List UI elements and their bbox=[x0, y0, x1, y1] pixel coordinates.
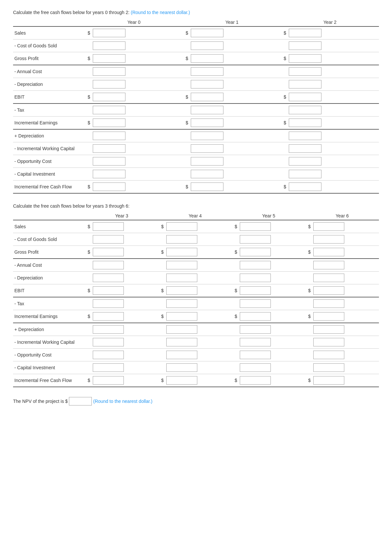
value-input[interactable] bbox=[289, 54, 321, 63]
value-input[interactable] bbox=[166, 312, 197, 321]
value-input[interactable] bbox=[93, 119, 125, 127]
value-input[interactable] bbox=[289, 93, 321, 101]
value-input[interactable] bbox=[240, 376, 271, 385]
value-input[interactable] bbox=[191, 41, 223, 50]
input-cell bbox=[238, 233, 305, 246]
value-input[interactable] bbox=[166, 235, 197, 244]
value-input[interactable] bbox=[191, 106, 223, 114]
value-input[interactable] bbox=[240, 248, 271, 256]
value-input[interactable] bbox=[93, 312, 124, 321]
value-input[interactable] bbox=[240, 338, 271, 346]
value-input[interactable] bbox=[313, 376, 344, 385]
dollar-sign: $ bbox=[305, 220, 312, 233]
value-input[interactable] bbox=[240, 235, 271, 244]
value-input[interactable] bbox=[93, 157, 125, 166]
row-label: - Annual Cost bbox=[13, 259, 85, 272]
value-input[interactable] bbox=[191, 183, 223, 191]
value-input[interactable] bbox=[93, 299, 124, 308]
value-input[interactable] bbox=[191, 80, 223, 88]
value-input[interactable] bbox=[93, 183, 125, 191]
value-input[interactable] bbox=[240, 363, 271, 372]
value-input[interactable] bbox=[289, 67, 321, 76]
value-input[interactable] bbox=[240, 286, 271, 295]
value-input[interactable] bbox=[191, 54, 223, 63]
value-input[interactable] bbox=[313, 235, 344, 244]
value-input[interactable] bbox=[191, 144, 223, 153]
value-input[interactable] bbox=[93, 93, 125, 101]
value-input[interactable] bbox=[313, 274, 344, 282]
value-input[interactable] bbox=[166, 351, 197, 359]
value-input[interactable] bbox=[191, 119, 223, 127]
value-input[interactable] bbox=[166, 325, 197, 334]
value-input[interactable] bbox=[166, 248, 197, 256]
value-input[interactable] bbox=[93, 106, 125, 114]
value-input[interactable] bbox=[191, 132, 223, 140]
value-input[interactable] bbox=[240, 351, 271, 359]
value-input[interactable] bbox=[240, 222, 271, 231]
value-input[interactable] bbox=[313, 261, 344, 269]
value-input[interactable] bbox=[166, 222, 197, 231]
value-input[interactable] bbox=[93, 132, 125, 140]
npv-input[interactable] bbox=[69, 397, 92, 405]
dollar-sign: $ bbox=[305, 310, 312, 323]
value-input[interactable] bbox=[240, 312, 271, 321]
value-input[interactable] bbox=[289, 144, 321, 153]
value-input[interactable] bbox=[93, 235, 124, 244]
value-input[interactable] bbox=[191, 93, 223, 101]
value-input[interactable] bbox=[93, 54, 125, 63]
value-input[interactable] bbox=[313, 363, 344, 372]
value-input[interactable] bbox=[166, 338, 197, 346]
value-input[interactable] bbox=[93, 351, 124, 359]
value-input[interactable] bbox=[93, 29, 125, 37]
value-input[interactable] bbox=[313, 222, 344, 231]
value-input[interactable] bbox=[289, 183, 321, 191]
value-input[interactable] bbox=[289, 157, 321, 166]
value-input[interactable] bbox=[289, 29, 321, 37]
value-input[interactable] bbox=[289, 119, 321, 127]
value-input[interactable] bbox=[93, 274, 124, 282]
value-input[interactable] bbox=[313, 299, 344, 308]
value-input[interactable] bbox=[289, 41, 321, 50]
table-row: Gross Profit$$$ bbox=[13, 52, 379, 65]
value-input[interactable] bbox=[313, 338, 344, 346]
value-input[interactable] bbox=[240, 299, 271, 308]
value-input[interactable] bbox=[166, 261, 197, 269]
row-label: Sales bbox=[13, 220, 85, 233]
value-input[interactable] bbox=[313, 286, 344, 295]
value-input[interactable] bbox=[166, 376, 197, 385]
value-input[interactable] bbox=[240, 261, 271, 269]
value-input[interactable] bbox=[166, 286, 197, 295]
value-input[interactable] bbox=[93, 144, 125, 153]
value-input[interactable] bbox=[93, 261, 124, 269]
value-input[interactable] bbox=[313, 312, 344, 321]
value-input[interactable] bbox=[240, 325, 271, 334]
value-input[interactable] bbox=[289, 132, 321, 140]
value-input[interactable] bbox=[240, 274, 271, 282]
value-input[interactable] bbox=[191, 29, 223, 37]
value-input[interactable] bbox=[93, 248, 124, 256]
value-input[interactable] bbox=[191, 157, 223, 166]
value-input[interactable] bbox=[93, 376, 124, 385]
value-input[interactable] bbox=[313, 325, 344, 334]
value-input[interactable] bbox=[166, 363, 197, 372]
value-input[interactable] bbox=[93, 363, 124, 372]
value-input[interactable] bbox=[289, 106, 321, 114]
value-input[interactable] bbox=[289, 170, 321, 178]
value-input[interactable] bbox=[93, 222, 124, 231]
value-input[interactable] bbox=[289, 80, 321, 88]
value-input[interactable] bbox=[93, 67, 125, 76]
empty-cell bbox=[158, 233, 165, 246]
value-input[interactable] bbox=[191, 67, 223, 76]
value-input[interactable] bbox=[93, 286, 124, 295]
value-input[interactable] bbox=[93, 80, 125, 88]
value-input[interactable] bbox=[166, 274, 197, 282]
header2-label-empty bbox=[13, 212, 85, 220]
value-input[interactable] bbox=[93, 170, 125, 178]
value-input[interactable] bbox=[313, 351, 344, 359]
value-input[interactable] bbox=[93, 338, 124, 346]
value-input[interactable] bbox=[191, 170, 223, 178]
value-input[interactable] bbox=[93, 325, 124, 334]
value-input[interactable] bbox=[166, 299, 197, 308]
value-input[interactable] bbox=[313, 248, 344, 256]
value-input[interactable] bbox=[93, 41, 125, 50]
